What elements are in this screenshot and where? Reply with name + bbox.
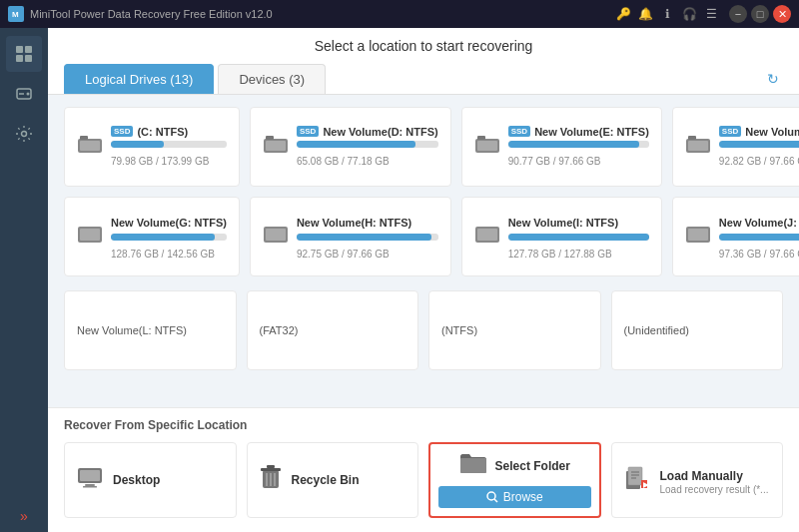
drive-i-bar-bg (508, 234, 649, 241)
minimize-button[interactable]: − (729, 5, 747, 23)
drive-c-info: SSD (C: NTFS) 79.98 GB / 173.99 GB (111, 126, 227, 169)
svg-rect-18 (477, 136, 485, 140)
window-controls: − □ ✕ (729, 5, 791, 23)
drive-e-size: 90.77 GB / 97.66 GB (508, 156, 601, 167)
titlebar-icon-group: 🔑 🔔 ℹ 🎧 ☰ (615, 6, 719, 22)
drive-card-i[interactable]: New Volume(I: NTFS) 127.78 GB / 127.88 G… (461, 197, 662, 276)
svg-rect-2 (16, 46, 23, 53)
svg-rect-12 (80, 136, 88, 140)
drive-g-size: 128.76 GB / 142.56 GB (111, 249, 215, 260)
drive-card-f[interactable]: SSD New Volume(F: NTFS) 92.82 GB / 97.66… (672, 107, 799, 187)
drive-j-info: New Volume(J: NTFS) 97.36 GB / 97.66 GB (719, 213, 799, 262)
recycle-label: Recycle Bin (292, 473, 360, 487)
svg-rect-29 (688, 229, 708, 241)
drive-card-c[interactable]: SSD (C: NTFS) 79.98 GB / 173.99 GB (64, 107, 240, 187)
svg-rect-27 (477, 229, 497, 241)
drive-d-size: 65.08 GB / 77.18 GB (297, 156, 390, 167)
tab-logical-drives[interactable]: Logical Drives (13) (64, 64, 214, 94)
drive-l-name: New Volume(L: NTFS) (77, 324, 224, 336)
sidebar-expand-arrow[interactable]: » (20, 508, 28, 524)
browse-button[interactable]: Browse (438, 486, 591, 508)
sidebar-item-settings[interactable] (6, 116, 42, 152)
drive-j-bar-bg (719, 234, 799, 241)
drive-f-bar (719, 141, 799, 148)
select-folder-label: Select Folder (495, 459, 570, 473)
refresh-button[interactable]: ↻ (763, 67, 783, 91)
drive-e-bar-bg (508, 141, 649, 148)
drive-d-name: New Volume(D: NTFS) (323, 126, 437, 138)
drive-icon-e (474, 134, 500, 161)
app-container: » Select a location to start recovering … (0, 28, 799, 532)
svg-rect-15 (266, 136, 274, 140)
app-icon: M (8, 6, 24, 22)
load-manually-sub: Load recovery result (*... (660, 484, 769, 495)
titlebar: M MiniTool Power Data Recovery Free Edit… (0, 0, 799, 28)
drive-card-fat32[interactable]: (FAT32) (247, 290, 419, 370)
svg-text:▶: ▶ (642, 481, 648, 488)
drive-icon-c (77, 134, 103, 161)
svg-rect-14 (266, 141, 286, 151)
svg-point-41 (487, 492, 495, 500)
drive-e-info: SSD New Volume(E: NTFS) 90.77 GB / 97.66… (508, 126, 649, 169)
drive-h-bar-bg (297, 234, 438, 241)
specific-grid: Desktop Recycle Bin (64, 442, 783, 518)
specific-location-section: Recover From Specific Location Desktop (48, 407, 799, 532)
svg-rect-21 (688, 136, 696, 140)
svg-rect-25 (266, 229, 286, 241)
svg-rect-40 (460, 458, 486, 473)
drive-f-info: SSD New Volume(F: NTFS) 92.82 GB / 97.66… (719, 126, 799, 169)
drive-grid-top: SSD (C: NTFS) 79.98 GB / 173.99 GB (64, 107, 783, 276)
sidebar-item-home[interactable] (6, 36, 42, 72)
load-manually-label: Load Manually (660, 469, 743, 483)
recycle-bin-icon (260, 464, 282, 496)
svg-rect-11 (80, 141, 100, 151)
drive-card-g[interactable]: New Volume(G: NTFS) 128.76 GB / 142.56 G… (64, 197, 240, 276)
drive-card-e[interactable]: SSD New Volume(E: NTFS) 90.77 GB / 97.66… (461, 107, 662, 187)
drive-e-name: New Volume(E: NTFS) (534, 126, 649, 138)
sidebar-item-drive[interactable] (6, 76, 42, 112)
drive-card-h[interactable]: New Volume(H: NTFS) 92.75 GB / 97.66 GB (250, 197, 451, 276)
drive-h-name: New Volume(H: NTFS) (297, 217, 411, 229)
specific-card-load-manually[interactable]: ▶ Load Manually Load recovery result (*.… (611, 442, 784, 518)
svg-rect-23 (80, 229, 100, 241)
drive-ntfs-name: (NTFS) (441, 324, 588, 336)
svg-rect-17 (477, 141, 497, 151)
specific-card-desktop[interactable]: Desktop (64, 442, 237, 518)
folder-icon (459, 452, 487, 480)
drive-card-unidentified[interactable]: (Unidentified) (611, 290, 784, 370)
svg-rect-44 (628, 467, 642, 485)
drives-area[interactable]: SSD (C: NTFS) 79.98 GB / 173.99 GB (48, 95, 799, 407)
drive-icon-i (474, 224, 500, 251)
tab-bar: Logical Drives (13) Devices (3) ↻ (64, 64, 783, 94)
content-header: Select a location to start recovering Lo… (48, 28, 799, 95)
ssd-badge-e: SSD (508, 126, 530, 137)
drive-i-info: New Volume(I: NTFS) 127.78 GB / 127.88 G… (508, 213, 649, 262)
headphone-icon: 🎧 (681, 6, 697, 22)
menu-icon[interactable]: ☰ (703, 6, 719, 22)
drive-card-d[interactable]: SSD New Volume(D: NTFS) 65.08 GB / 77.18… (250, 107, 451, 187)
svg-text:M: M (12, 10, 19, 19)
drive-icon-f (685, 134, 711, 161)
svg-point-7 (27, 93, 30, 96)
specific-title: Recover From Specific Location (64, 418, 783, 432)
drive-card-l[interactable]: New Volume(L: NTFS) (64, 290, 237, 370)
drive-j-bar (719, 234, 799, 241)
svg-point-9 (22, 132, 27, 137)
drive-i-name: New Volume(I: NTFS) (508, 217, 618, 229)
drive-i-bar (508, 234, 649, 241)
drive-card-j[interactable]: New Volume(J: NTFS) 97.36 GB / 97.66 GB (672, 197, 799, 276)
svg-rect-36 (267, 465, 275, 468)
drive-fat32-name: (FAT32) (260, 324, 406, 336)
specific-card-select-folder[interactable]: Select Folder Browse (428, 442, 601, 518)
info-icon: ℹ (659, 6, 675, 22)
specific-card-recycle[interactable]: Recycle Bin (247, 442, 419, 518)
app-title: MiniTool Power Data Recovery Free Editio… (30, 8, 615, 20)
close-button[interactable]: ✕ (773, 5, 791, 23)
drive-unidentified-name: (Unidentified) (624, 324, 771, 336)
drive-card-ntfs[interactable]: (NTFS) (428, 290, 601, 370)
drive-d-bar (297, 141, 415, 148)
tab-devices[interactable]: Devices (3) (218, 64, 326, 94)
sidebar: » (0, 28, 48, 532)
main-content: Select a location to start recovering Lo… (48, 28, 799, 532)
maximize-button[interactable]: □ (751, 5, 769, 23)
